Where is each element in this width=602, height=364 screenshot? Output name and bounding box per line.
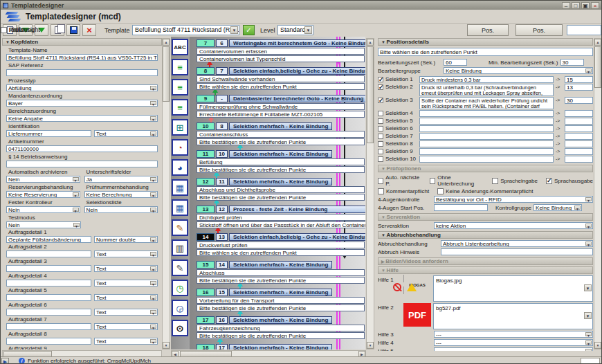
selektion-text-input[interactable] xyxy=(419,110,554,117)
positionsdetails-header[interactable]: Positionsdetails xyxy=(378,38,593,46)
chevron-down-icon[interactable]: ▼ xyxy=(585,349,592,351)
copy-button[interactable] xyxy=(51,24,64,36)
selektion-goto-input[interactable] xyxy=(565,156,593,163)
pair-combo-left[interactable]: Keine Reservierung▼ xyxy=(6,191,80,198)
scrollbar-thumb[interactable] xyxy=(163,46,170,102)
chevron-down-icon[interactable]: ▼ xyxy=(585,332,592,336)
selektion-text-input[interactable]: Druck ist unterhalb 0,3 bar (Schraubverb… xyxy=(419,84,554,96)
checkbox-icon[interactable] xyxy=(1,27,7,33)
prompt-input[interactable]: Bitte wählen sie den zutreffenden Punkt xyxy=(378,48,593,56)
flow-step[interactable]: 7 6 Werteingabe mit berechnetem Goto - K… xyxy=(190,37,365,64)
chevron-down-icon[interactable]: ▼ xyxy=(584,312,592,319)
abbruch-hinweis-input[interactable] xyxy=(441,248,593,255)
step-title-bar[interactable]: Prozess - feste Zeit - Keine Bindung xyxy=(229,206,365,213)
selektion-checkbox[interactable] xyxy=(378,118,383,124)
palette-tool-button[interactable]: ▦ xyxy=(172,199,188,216)
flow-scrollbar[interactable]: ▲ ▼ xyxy=(366,38,374,349)
testmodus-combo[interactable]: Nein▼ xyxy=(6,221,81,228)
step-number-badge[interactable]: 16 xyxy=(197,289,215,296)
selektion-goto-input[interactable] xyxy=(565,125,593,132)
hilfe-header[interactable]: Hilfe xyxy=(378,266,593,274)
scrollbar-thumb[interactable] xyxy=(367,46,374,143)
chevron-down-icon[interactable]: ▼ xyxy=(585,69,592,73)
chevron-down-icon[interactable]: ▼ xyxy=(585,340,592,345)
chevron-down-icon[interactable]: ▼ xyxy=(585,242,592,246)
chevron-down-icon[interactable]: ▼ xyxy=(150,237,156,242)
selektion-checkbox[interactable] xyxy=(378,84,383,90)
chevron-down-icon[interactable]: ▼ xyxy=(73,208,79,212)
palette-tool-button[interactable]: ABC xyxy=(172,39,188,55)
selektion-text-input[interactable] xyxy=(419,133,554,140)
chevron-down-icon[interactable]: ▼ xyxy=(150,192,156,197)
sap-referenz-input[interactable] xyxy=(6,69,158,76)
pruefoptionen-header[interactable]: Prüfoptionen xyxy=(378,165,593,172)
step-title-bar[interactable]: Selektion mehrfach - Keine Bindung xyxy=(229,261,332,269)
palette-tool-button[interactable]: ◷ xyxy=(172,280,188,296)
step-title-bar[interactable]: Selektion einfach,beliebig - Gehe zu - K… xyxy=(229,67,365,75)
chevron-down-icon[interactable]: ▼ xyxy=(150,252,156,256)
flow-step[interactable]: 14 13 Selektion einfach,beliebig - Gehe … xyxy=(190,230,365,258)
step-title-bar[interactable]: Selektion mehrfach - Keine Bindung xyxy=(229,178,332,185)
auftragsdetail-input[interactable] xyxy=(6,280,91,286)
chevron-down-icon[interactable]: ▼ xyxy=(150,295,156,300)
chevron-down-icon[interactable]: ▼ xyxy=(150,131,156,136)
prozesstyp-combo[interactable]: Abfüllung▼ xyxy=(6,84,158,91)
augenkontrolle-combo[interactable]: Bestätigung vor Ort - RFID▼ xyxy=(434,196,593,203)
pruef-option[interactable]: Kommentarpflicht xyxy=(378,188,429,194)
pos-move-input[interactable] xyxy=(567,25,601,35)
checkbox-icon[interactable] xyxy=(437,188,444,194)
toolbar-checkbox[interactable]: Prüfansicht xyxy=(1,26,40,33)
auftragsdetail-input[interactable] xyxy=(6,265,91,272)
serveraktion-combo[interactable]: keine Aktion▼ xyxy=(434,222,593,229)
step-title-bar[interactable]: Werteingabe mit berechnetem Goto - Keine… xyxy=(229,39,365,47)
scrollbar-thumb[interactable] xyxy=(594,46,601,88)
palette-tool-button[interactable]: ✎ xyxy=(172,260,188,276)
flow-step[interactable]: 17 16 Selektion mehrfach - Keine Bindung… xyxy=(190,313,365,341)
title-bar[interactable]: Templatedesigner – □ ▣ × xyxy=(1,1,601,10)
selektion-text-input[interactable] xyxy=(419,140,554,147)
level-combo[interactable]: Standard ▼ xyxy=(277,25,313,35)
selektion-checkbox[interactable] xyxy=(378,126,383,131)
bearbeitergruppe-combo[interactable]: Keine Bindung▼ xyxy=(444,67,593,74)
scroll-up-icon[interactable]: ▲ xyxy=(594,39,601,46)
positionsdetails-scrollbar[interactable]: ▲ ▼ xyxy=(594,38,602,349)
chevron-down-icon[interactable]: ▼ xyxy=(150,86,156,90)
selektion-checkbox[interactable] xyxy=(378,77,383,82)
selektion-goto-input[interactable]: 15 xyxy=(565,76,593,83)
bearbeitungszeit-input[interactable]: 60 xyxy=(444,59,467,66)
step-title-bar[interactable]: Datenbasierter berechneter Goto - Keine … xyxy=(229,95,365,102)
auftragsdetail-input[interactable] xyxy=(6,294,91,301)
selektion-text-input[interactable] xyxy=(419,148,554,155)
chevron-down-icon[interactable]: ▼ xyxy=(150,101,156,105)
palette-tool-button[interactable]: ⊞ xyxy=(172,119,188,136)
pruef-option[interactable]: Ohne Unterbrechung xyxy=(430,174,484,187)
auftragsdetail-type-combo[interactable]: Text▼ xyxy=(94,338,158,345)
flow-step[interactable]: 12 11 Selektion mehrfach - Keine Bindung… xyxy=(190,175,365,203)
chevron-down-icon[interactable]: ▼ xyxy=(73,192,79,197)
chevron-down-icon[interactable]: ▼ xyxy=(150,339,156,343)
apply-template-button[interactable]: ✓ xyxy=(243,25,255,35)
auftragsdetail-type-combo[interactable]: Text▼ xyxy=(94,280,158,286)
chevron-down-icon[interactable]: ▼ xyxy=(574,206,581,210)
selektion-text-input[interactable] xyxy=(419,156,554,163)
selektion-goto-input[interactable]: 13 xyxy=(565,84,593,91)
step-title-bar[interactable]: Selektion mehrfach - Keine Bindung xyxy=(229,150,332,158)
selektion-checkbox[interactable] xyxy=(378,134,383,139)
hilfe-combo[interactable]: ---▼ xyxy=(434,339,593,346)
identifikation-input[interactable]: Liefernummer xyxy=(6,130,91,137)
save-button[interactable] xyxy=(66,24,80,36)
checkbox-icon[interactable] xyxy=(492,178,498,184)
step-number-badge[interactable]: 15 xyxy=(197,261,215,269)
hilfe-combo[interactable]: ---▼ xyxy=(434,331,593,338)
delete-button[interactable]: × xyxy=(82,24,96,36)
palette-tool-button[interactable]: ≡ xyxy=(172,99,188,116)
palette-tool-button[interactable]: ⊙ xyxy=(172,320,188,336)
scroll-up-icon[interactable]: ▲ xyxy=(163,39,170,46)
hilfe1-field[interactable]: Biogas.jpg▼ xyxy=(433,275,593,302)
hilfe2-field[interactable]: bg527.pdf▼ xyxy=(433,303,593,329)
step-title-bar[interactable]: Selektion einfach,beliebig - Gehe zu - K… xyxy=(229,233,365,241)
selektion-text-input[interactable] xyxy=(419,125,554,132)
step-title-bar[interactable]: Selektion mehrfach - Keine Bindung xyxy=(229,289,332,296)
pair-combo-right[interactable]: Keine Berechnung▼ xyxy=(84,191,158,198)
step-number-badge[interactable]: 13 xyxy=(197,206,215,213)
